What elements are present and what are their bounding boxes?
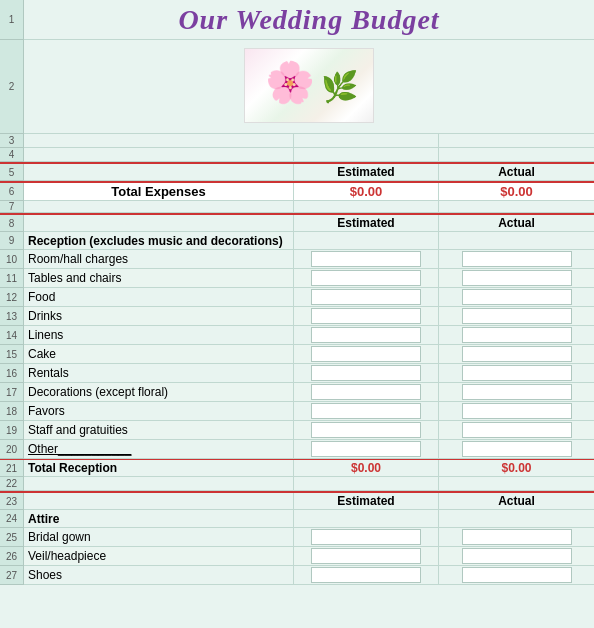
page-title: Our Wedding Budget — [178, 4, 439, 36]
row-num-7: 7 — [0, 201, 24, 213]
reception-estimated-header: Estimated — [337, 216, 394, 230]
total-expenses-actual: $0.00 — [500, 184, 533, 199]
row-num-26: 26 — [0, 547, 24, 566]
item-veil: Veil/headpiece — [28, 549, 106, 563]
item-favors: Favors — [28, 404, 65, 418]
row-10: 10 Room/hall charges — [0, 250, 594, 269]
row-21: 21 Total Reception $0.00 $0.00 — [0, 459, 594, 477]
row-num-18: 18 — [0, 402, 24, 421]
drinks-estimated[interactable] — [311, 308, 421, 324]
room-charges-actual[interactable] — [462, 251, 572, 267]
cake-actual[interactable] — [462, 346, 572, 362]
shoes-estimated[interactable] — [311, 567, 421, 583]
row-num-16: 16 — [0, 364, 24, 383]
item-room-charges: Room/hall charges — [28, 252, 128, 266]
item-staff: Staff and gratuities — [28, 423, 128, 437]
row-8: 8 Estimated Actual — [0, 213, 594, 232]
tables-chairs-actual[interactable] — [462, 270, 572, 286]
staff-actual[interactable] — [462, 422, 572, 438]
other-estimated[interactable] — [311, 441, 421, 457]
row-12: 12 Food — [0, 288, 594, 307]
row-num-6: 6 — [0, 183, 24, 201]
row-2: 2 — [0, 40, 594, 134]
row-num-14: 14 — [0, 326, 24, 345]
row-9: 9 Reception (excludes music and decorati… — [0, 232, 594, 250]
grid: 1 Our Wedding Budget 2 3 4 — [0, 0, 594, 585]
row-num-12: 12 — [0, 288, 24, 307]
other-actual[interactable] — [462, 441, 572, 457]
bridal-gown-estimated[interactable] — [311, 529, 421, 545]
row-num-19: 19 — [0, 421, 24, 440]
row-11: 11 Tables and chairs — [0, 269, 594, 288]
row-num-11: 11 — [0, 269, 24, 288]
row-13: 13 Drinks — [0, 307, 594, 326]
veil-estimated[interactable] — [311, 548, 421, 564]
row-26: 26 Veil/headpiece — [0, 547, 594, 566]
title-cell: Our Wedding Budget — [24, 0, 594, 40]
veil-actual[interactable] — [462, 548, 572, 564]
row-20: 20 Other___________ — [0, 440, 594, 459]
row-num-13: 13 — [0, 307, 24, 326]
row-num-4: 4 — [0, 148, 24, 162]
drinks-actual[interactable] — [462, 308, 572, 324]
item-cake: Cake — [28, 347, 56, 361]
room-charges-estimated[interactable] — [311, 251, 421, 267]
row-num-21: 21 — [0, 460, 24, 477]
row-22: 22 — [0, 477, 594, 491]
shoes-actual[interactable] — [462, 567, 572, 583]
row-17: 17 Decorations (except floral) — [0, 383, 594, 402]
spreadsheet: 1 Our Wedding Budget 2 3 4 — [0, 0, 594, 585]
item-food: Food — [28, 290, 55, 304]
cake-estimated[interactable] — [311, 346, 421, 362]
row-15: 15 Cake — [0, 345, 594, 364]
food-estimated[interactable] — [311, 289, 421, 305]
food-actual[interactable] — [462, 289, 572, 305]
row-3: 3 — [0, 134, 594, 148]
row-24: 24 Attire — [0, 510, 594, 528]
attire-actual-header: Actual — [498, 494, 535, 508]
row-4: 4 — [0, 148, 594, 162]
row-num-22: 22 — [0, 477, 24, 491]
reception-actual-header: Actual — [498, 216, 535, 230]
row-num-23: 23 — [0, 493, 24, 510]
row-num-8: 8 — [0, 215, 24, 232]
total-reception-label: Total Reception — [28, 461, 117, 475]
row-num-17: 17 — [0, 383, 24, 402]
row-1: 1 Our Wedding Budget — [0, 0, 594, 40]
row-6: 6 Total Expenses $0.00 $0.00 — [0, 181, 594, 201]
row-23: 23 Estimated Actual — [0, 491, 594, 510]
estimated-header: Estimated — [337, 165, 394, 179]
total-expenses-estimated: $0.00 — [350, 184, 383, 199]
attire-estimated-header: Estimated — [337, 494, 394, 508]
row-num-5: 5 — [0, 164, 24, 181]
favors-estimated[interactable] — [311, 403, 421, 419]
row-14: 14 Linens — [0, 326, 594, 345]
item-bridal-gown: Bridal gown — [28, 530, 91, 544]
attire-header: Attire — [28, 512, 59, 526]
item-drinks: Drinks — [28, 309, 62, 323]
row-num-2: 2 — [0, 40, 24, 134]
linens-estimated[interactable] — [311, 327, 421, 343]
decorations-actual[interactable] — [462, 384, 572, 400]
row-27: 27 Shoes — [0, 566, 594, 585]
decorations-estimated[interactable] — [311, 384, 421, 400]
row-18: 18 Favors — [0, 402, 594, 421]
row-num-1: 1 — [0, 0, 24, 40]
tables-chairs-estimated[interactable] — [311, 270, 421, 286]
total-expenses-label: Total Expenses — [111, 184, 205, 199]
row-num-24: 24 — [0, 510, 24, 528]
item-other: Other___________ — [28, 442, 131, 456]
rentals-actual[interactable] — [462, 365, 572, 381]
linens-actual[interactable] — [462, 327, 572, 343]
wedding-image — [244, 48, 374, 123]
row-num-10: 10 — [0, 250, 24, 269]
bridal-gown-actual[interactable] — [462, 529, 572, 545]
staff-estimated[interactable] — [311, 422, 421, 438]
favors-actual[interactable] — [462, 403, 572, 419]
rentals-estimated[interactable] — [311, 365, 421, 381]
row-25: 25 Bridal gown — [0, 528, 594, 547]
item-shoes: Shoes — [28, 568, 62, 582]
total-reception-actual: $0.00 — [501, 461, 531, 475]
row-7: 7 — [0, 201, 594, 213]
item-decorations: Decorations (except floral) — [28, 385, 168, 399]
